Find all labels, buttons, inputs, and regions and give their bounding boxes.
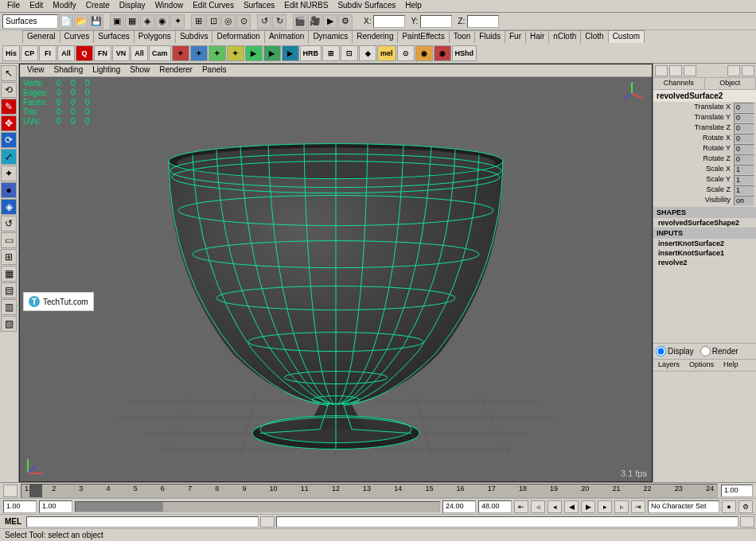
character-set-selector[interactable]: No Character Set: [648, 500, 719, 513]
range-end-field[interactable]: 24.00: [442, 500, 476, 513]
menu-edit[interactable]: Edit: [25, 1, 47, 11]
panel-menu-show[interactable]: Show: [126, 65, 154, 76]
open-scene-icon[interactable]: 📂: [74, 14, 88, 29]
play-back-button[interactable]: ◀: [564, 500, 579, 513]
shelf-button[interactable]: FN: [94, 45, 111, 61]
input-node[interactable]: insertKnotSurface2: [653, 239, 756, 248]
shelf-tab-general[interactable]: General: [22, 30, 60, 43]
paint-select-tool-icon[interactable]: ✎: [1, 99, 17, 115]
shelf-tab-toon[interactable]: Toon: [449, 30, 476, 43]
select-mask-icon[interactable]: ◉: [155, 14, 170, 29]
panel-menu-lighting[interactable]: Lighting: [88, 65, 124, 76]
layers-menu[interactable]: Layers: [653, 360, 684, 371]
autokey-button[interactable]: ●: [722, 500, 736, 513]
time-slider-ticks[interactable]: 123 456 789 101112 131415 161718 192021 …: [21, 484, 718, 498]
shelf-tab-hair[interactable]: Hair: [525, 30, 549, 43]
layout-four-icon[interactable]: ⊞: [1, 249, 17, 265]
command-result-icon[interactable]: [260, 516, 275, 527]
z-field[interactable]: [467, 15, 499, 28]
menu-edit-curves[interactable]: Edit Curves: [189, 1, 238, 11]
attr-field[interactable]: 0: [734, 103, 754, 113]
panel-menu-view[interactable]: View: [23, 65, 49, 76]
last-tool-icon[interactable]: ↺: [1, 216, 17, 232]
shelf-button[interactable]: FI: [39, 45, 57, 61]
shelf-tab-fluids[interactable]: Fluids: [474, 30, 505, 43]
select-tool-icon[interactable]: ↖: [1, 65, 17, 81]
channel-layout-icon[interactable]: [669, 65, 682, 76]
channel-layout-icon[interactable]: [727, 65, 740, 76]
shelf-button[interactable]: ◉: [434, 45, 451, 61]
selected-object-name[interactable]: revolvedSurface2: [653, 90, 756, 102]
channel-layout-icon[interactable]: [655, 65, 668, 76]
input-node[interactable]: revolve2: [653, 258, 756, 267]
y-field[interactable]: [420, 15, 452, 28]
render-icon[interactable]: 🎥: [308, 14, 322, 29]
move-tool-icon[interactable]: ✥: [1, 115, 17, 131]
shelf-button[interactable]: HRB: [300, 45, 322, 61]
channel-layout-icon[interactable]: [742, 65, 754, 76]
range-slider[interactable]: [75, 501, 440, 512]
shelf-tab-cloth[interactable]: Cloth: [580, 30, 608, 43]
snap-icon[interactable]: ⊞: [191, 14, 205, 29]
render-radio[interactable]: Render: [700, 346, 738, 356]
current-frame-field[interactable]: 1.00: [721, 485, 753, 497]
menu-surfaces[interactable]: Surfaces: [240, 1, 279, 11]
layer-editor[interactable]: [653, 371, 756, 482]
layers-options-menu[interactable]: Options: [684, 360, 719, 371]
shelf-button[interactable]: ⊞: [322, 45, 340, 61]
panel-menu-shading[interactable]: Shading: [50, 65, 88, 76]
shelf-tab-surfaces[interactable]: Surfaces: [93, 30, 134, 43]
shelf-button[interactable]: HShd: [452, 45, 477, 61]
shelf-button[interactable]: ▶: [282, 45, 299, 61]
current-time-marker[interactable]: [29, 485, 42, 497]
history-icon[interactable]: ↻: [272, 14, 286, 29]
menu-edit-nurbs[interactable]: Edit NURBS: [280, 1, 332, 11]
attr-field[interactable]: 0: [734, 123, 754, 134]
shelf-button[interactable]: His: [2, 45, 20, 61]
input-node[interactable]: insertKnotSurface1: [653, 248, 756, 258]
attr-field[interactable]: 0: [734, 113, 754, 123]
menu-window[interactable]: Window: [151, 1, 188, 11]
menu-modify[interactable]: Modify: [49, 1, 80, 11]
command-language-label[interactable]: MEL: [0, 517, 26, 526]
play-forward-button[interactable]: ▶: [581, 500, 595, 513]
attr-field[interactable]: 1: [734, 185, 754, 196]
channels-tab[interactable]: Channels: [653, 78, 705, 89]
display-radio[interactable]: Display: [656, 346, 694, 356]
go-end-button[interactable]: ⇥: [631, 500, 645, 513]
anim-start-field[interactable]: 1.00: [3, 500, 37, 513]
lasso-tool-icon[interactable]: ⟲: [1, 82, 17, 98]
snap-icon[interactable]: ◎: [221, 14, 236, 29]
attr-field[interactable]: 1: [734, 175, 754, 185]
shelf-tab-deformation[interactable]: Deformation: [212, 30, 264, 43]
shelf-tab-ncloth[interactable]: nCloth: [548, 30, 581, 43]
render-icon[interactable]: 🎬: [293, 14, 307, 29]
manip-tool-icon[interactable]: ✦: [1, 165, 17, 181]
shelf-tab-curves[interactable]: Curves: [60, 30, 95, 43]
anim-pref-icon[interactable]: [3, 485, 18, 497]
attr-field[interactable]: on: [734, 196, 754, 206]
layout-single-icon[interactable]: ▭: [1, 232, 17, 248]
shelf-button[interactable]: ⊡: [341, 45, 358, 61]
panel-menu-renderer[interactable]: Renderer: [155, 65, 197, 76]
layout-hypershade-icon[interactable]: ▥: [1, 299, 17, 315]
select-mask-icon[interactable]: ▣: [110, 14, 124, 29]
shelf-tab-rendering[interactable]: Rendering: [352, 30, 398, 43]
step-back-button[interactable]: ◃: [531, 500, 545, 513]
soft-mod-tool-icon[interactable]: ●: [1, 182, 17, 198]
shelf-tab-dynamics[interactable]: Dynamics: [308, 30, 353, 43]
attr-field[interactable]: 0: [734, 154, 754, 165]
shelf-button[interactable]: All: [57, 45, 75, 61]
new-scene-icon[interactable]: 📄: [59, 14, 73, 29]
step-forward-button[interactable]: ▹: [614, 500, 629, 513]
time-slider[interactable]: 123 456 789 101112 131415 161718 192021 …: [0, 482, 756, 498]
select-mask-icon[interactable]: ✦: [170, 14, 185, 29]
anim-prefs-button[interactable]: ⚙: [738, 500, 753, 513]
shelf-button[interactable]: VN: [112, 45, 130, 61]
menu-subdiv[interactable]: Subdiv Surfaces: [333, 1, 399, 11]
shape-node[interactable]: revolvedSurfaceShape2: [653, 218, 756, 228]
shelf-button[interactable]: ◈: [359, 45, 376, 61]
history-icon[interactable]: ↺: [257, 14, 271, 29]
snap-icon[interactable]: ⊡: [206, 14, 220, 29]
attr-field[interactable]: 0: [734, 134, 754, 144]
